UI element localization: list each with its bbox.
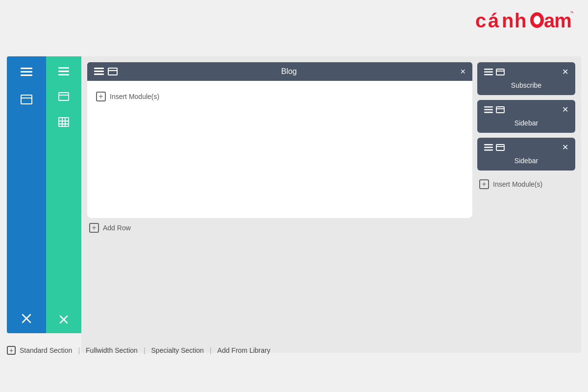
svg-rect-34 xyxy=(484,74,493,75)
subscribe-module-title: Subscribe xyxy=(484,79,568,90)
right-insert-modules-button[interactable]: + Insert Module(s) xyxy=(477,175,575,193)
sidebar2-layout-icon[interactable] xyxy=(496,144,505,151)
right-insert-plus-icon: + xyxy=(479,179,489,189)
fullwidth-section-button[interactable]: Fullwidth Section xyxy=(86,346,138,354)
add-row-area: + Add Row xyxy=(87,218,575,237)
sidebar-module-1-title: Sidebar xyxy=(484,117,568,128)
green-sidebar-close-button[interactable] xyxy=(59,315,68,326)
subscribe-close-button[interactable]: ✕ xyxy=(562,67,568,76)
left-sidebar xyxy=(7,56,46,333)
specialty-section-label: Specialty Section xyxy=(151,346,204,354)
svg-rect-43 xyxy=(484,147,493,148)
svg-rect-38 xyxy=(484,109,493,110)
layout-icon[interactable] xyxy=(17,90,36,109)
sidebar-module-2-title: Sidebar xyxy=(484,155,568,166)
svg-rect-40 xyxy=(496,107,504,113)
green-grid-icon[interactable] xyxy=(55,113,73,131)
blog-module-header: Blog × xyxy=(87,62,472,81)
subscribe-hamburger-icon[interactable] xyxy=(484,69,493,75)
blog-module-left-icons xyxy=(94,68,118,75)
sidebar-module-1-icons xyxy=(484,106,505,113)
sidebar2-hamburger-icon[interactable] xyxy=(484,144,493,151)
sidebar-module-1-header: ✕ xyxy=(484,105,568,114)
sidebar-module-2: ✕ Sidebar xyxy=(477,138,575,171)
subscribe-layout-icon[interactable] xyxy=(496,69,505,75)
sidebar-module-2-header: ✕ xyxy=(484,143,568,152)
svg-rect-32 xyxy=(484,69,493,70)
blog-insert-modules-label: Insert Module(s) xyxy=(110,93,159,100)
blog-close-button[interactable]: × xyxy=(460,67,466,76)
svg-rect-9 xyxy=(21,71,32,73)
add-from-library-button[interactable]: Add From Library xyxy=(218,346,270,354)
svg-text:á: á xyxy=(488,10,499,31)
svg-rect-27 xyxy=(94,68,104,69)
svg-text:n: n xyxy=(502,10,513,31)
blog-column: Blog × + Insert Module(s) xyxy=(87,62,472,218)
hamburger-icon[interactable] xyxy=(17,62,36,82)
subscribe-module-header: ✕ xyxy=(484,67,568,76)
separator-2: | xyxy=(144,346,146,354)
blog-module-card: Blog × + Insert Module(s) xyxy=(87,62,472,218)
subscribe-module: ✕ Subscribe xyxy=(477,62,575,95)
blog-module-title: Blog xyxy=(122,67,456,76)
svg-rect-18 xyxy=(59,93,69,100)
fullwidth-section-label: Fullwidth Section xyxy=(86,346,138,354)
svg-rect-29 xyxy=(94,74,104,75)
right-insert-modules-label: Insert Module(s) xyxy=(493,180,542,188)
svg-rect-45 xyxy=(496,145,504,150)
svg-point-5 xyxy=(534,16,540,24)
separator-3: | xyxy=(210,346,212,354)
svg-rect-20 xyxy=(59,118,69,126)
insert-modules-plus-icon: + xyxy=(96,92,106,101)
svg-rect-15 xyxy=(58,67,69,69)
add-row-plus-icon: + xyxy=(89,223,99,233)
blog-hamburger-icon[interactable] xyxy=(94,68,104,75)
right-column: ✕ Subscribe xyxy=(477,62,575,218)
blog-module-body: + Insert Module(s) xyxy=(87,81,472,218)
add-from-library-label: Add From Library xyxy=(218,346,270,354)
svg-rect-42 xyxy=(484,144,493,146)
subscribe-module-icons xyxy=(484,69,505,75)
sidebar-module-2-icons xyxy=(484,144,505,151)
svg-rect-28 xyxy=(94,71,104,72)
standard-section-button[interactable]: + Standard Section xyxy=(7,346,72,355)
svg-rect-10 xyxy=(21,74,32,76)
svg-rect-11 xyxy=(21,95,32,104)
row-layout: Blog × + Insert Module(s) xyxy=(87,62,575,218)
sidebar2-close-button[interactable]: ✕ xyxy=(562,143,568,152)
green-sidebar xyxy=(46,56,81,333)
sidebar-module-1: ✕ Sidebar xyxy=(477,100,575,133)
separator-1: | xyxy=(78,346,80,354)
bottom-bar: + Standard Section | Fullwidth Section |… xyxy=(7,338,581,363)
svg-rect-35 xyxy=(496,69,504,75)
add-row-button[interactable]: + Add Row xyxy=(89,223,131,233)
svg-rect-37 xyxy=(484,106,493,108)
add-row-label: Add Row xyxy=(103,224,131,232)
main-content-area: Blog × + Insert Module(s) xyxy=(81,56,581,353)
svg-rect-44 xyxy=(484,149,493,151)
svg-rect-8 xyxy=(21,68,32,69)
standard-section-plus-icon: + xyxy=(7,346,16,355)
green-layout-icon[interactable] xyxy=(55,88,73,105)
svg-text:c: c xyxy=(475,10,486,31)
svg-text:h: h xyxy=(514,10,526,31)
sidebar1-close-button[interactable]: ✕ xyxy=(562,105,568,114)
svg-rect-16 xyxy=(58,71,69,72)
svg-rect-39 xyxy=(484,112,493,113)
sidebar1-hamburger-icon[interactable] xyxy=(484,106,493,113)
blog-layout-icon[interactable] xyxy=(108,68,118,75)
logo: c á n h am ™ xyxy=(475,9,573,31)
specialty-section-button[interactable]: Specialty Section xyxy=(151,346,204,354)
left-sidebar-close-button[interactable] xyxy=(22,314,31,326)
sidebar1-layout-icon[interactable] xyxy=(496,106,505,113)
svg-text:™: ™ xyxy=(570,10,573,16)
svg-rect-33 xyxy=(484,71,493,73)
svg-text:am: am xyxy=(544,10,571,31)
svg-rect-30 xyxy=(108,68,117,75)
standard-section-label: Standard Section xyxy=(20,346,72,354)
blog-insert-modules-button[interactable]: + Insert Module(s) xyxy=(94,88,466,105)
svg-rect-17 xyxy=(58,74,69,75)
green-hamburger-icon[interactable] xyxy=(55,62,73,80)
